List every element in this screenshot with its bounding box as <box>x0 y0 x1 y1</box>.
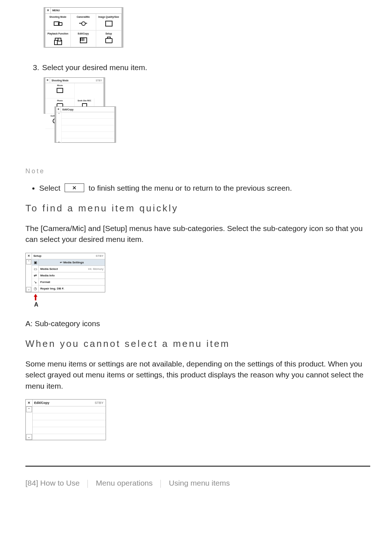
breadcrumb-separator-icon <box>87 480 88 488</box>
para-cannot-select: Some menu items or settings are not avai… <box>25 358 370 392</box>
close-icon: ✕ <box>45 78 50 83</box>
close-icon: ✕ <box>56 107 61 112</box>
close-icon: ✕ <box>45 8 51 13</box>
list-item <box>62 125 114 132</box>
note-bullet-prefix: Select <box>39 184 60 192</box>
close-icon: ✕ <box>26 253 32 259</box>
scroll-up-icon: ⌃ <box>58 112 60 117</box>
subtile-label: Smth Slw REC <box>75 100 94 102</box>
list-item-disabled <box>33 427 106 434</box>
breadcrumb-separator-icon <box>160 480 161 488</box>
tile-label: Edit/Copy <box>71 32 96 35</box>
figure-grayed-menu: ✕ Edit/Copy STBY ⌃ ⌄ <box>25 399 106 440</box>
panel-title: Shooting Mode <box>50 79 69 82</box>
film-icon <box>79 37 87 43</box>
scroll-down-icon: ⌄ <box>58 139 60 144</box>
heading-find-quickly: To find a menu item quickly <box>25 202 370 215</box>
breadcrumb: [84] How to Use Menu operations Using me… <box>25 478 370 489</box>
close-icon: ✕ <box>26 400 33 406</box>
tile-camera-mic: Camera/Mic <box>71 14 96 31</box>
breadcrumb-section: Menu operations <box>96 479 152 487</box>
status-stby: STBY <box>96 79 103 82</box>
tile-edit-copy: Edit/Copy <box>71 31 96 47</box>
list-item <box>62 119 114 125</box>
scroll-down-icon: ⌄ <box>26 287 31 292</box>
tile-label: Shooting Mode <box>45 15 70 19</box>
figure-setup-subcategories: ✕ Setup STBY ⌃ ⌄ ▣ ▭ ⇄ ↘ ◷ ↩ Media Setti… <box>25 253 105 309</box>
group-label: Media Settings <box>63 261 83 264</box>
status-stby: STBY <box>96 254 105 258</box>
subtile-movie: Movie <box>45 83 75 98</box>
menu-title: MENU <box>51 9 60 12</box>
list-item-disabled <box>33 406 106 413</box>
panel-title: Edit/Copy <box>33 401 49 405</box>
scroll-up-icon: ⌃ <box>26 406 32 412</box>
figure-menu-tiles: ✕ MENU Shooting Mode Camera/Mic Image Qu… <box>44 7 123 48</box>
breadcrumb-num: [84] How to Use <box>25 479 79 487</box>
row-label: Media Info <box>40 272 55 279</box>
list-item: Repair Img. DB F. <box>39 285 105 292</box>
row-label: Media Select <box>40 266 58 272</box>
subcat-icon: ⇄ <box>32 272 38 279</box>
grid-icon <box>54 37 62 43</box>
group-header: ↩ Media Settings <box>39 259 105 266</box>
subtile-label: Photo <box>45 100 74 102</box>
para-find-quickly: The [Camera/Mic] and [Setup] menus have … <box>25 223 370 245</box>
tile-label: Playback Function <box>45 32 70 35</box>
tile-label: Setup <box>96 32 121 35</box>
tile-image-quality: Image Quality/Size <box>96 14 122 31</box>
list-item: Format <box>39 279 105 285</box>
slider-icon <box>79 20 87 27</box>
list-item-disabled <box>33 420 106 427</box>
status-stby: STBY <box>95 401 106 405</box>
tile-label: Image Quality/Size <box>96 15 121 19</box>
step-number: 3. <box>25 62 42 73</box>
subcat-icon: ▭ <box>32 266 38 272</box>
divider <box>25 466 370 467</box>
row-label: Repair Img. DB F. <box>40 285 64 292</box>
row-label: Format <box>40 279 50 285</box>
step-text: Select your desired menu item. <box>42 62 147 73</box>
panel-title: Setup <box>32 254 41 258</box>
list-item <box>62 132 114 138</box>
subcategory-icon-column: ▣ ▭ ⇄ ↘ ◷ <box>32 259 39 292</box>
list-item: Media Info <box>39 272 105 279</box>
tile-shooting-mode: Shooting Mode <box>45 14 71 31</box>
panel-edit-copy: ✕ Edit/Copy ⌃ ⌄ <box>54 106 116 143</box>
row-value: Int. Memory <box>88 266 103 272</box>
tile-setup: Setup <box>96 31 122 47</box>
movie-photo-icon <box>54 20 62 27</box>
pointer-label: A <box>34 300 105 309</box>
subtile-label: Movie <box>45 84 74 87</box>
caption-a: A: Sub-category icons <box>25 318 370 329</box>
close-button-icon <box>65 183 84 192</box>
movie-icon <box>57 88 63 93</box>
breadcrumb-page: Using menu items <box>169 479 230 487</box>
panel-title: Edit/Copy <box>61 108 73 111</box>
list-item-disabled <box>33 413 106 420</box>
tile-playback: Playback Function <box>45 31 71 47</box>
pointer-arrow-icon <box>32 294 105 300</box>
note-label: Note <box>25 166 370 176</box>
scroll-down-icon: ⌄ <box>26 434 32 440</box>
aspect-icon <box>105 20 113 27</box>
scroll-up-icon: ⌃ <box>26 259 31 264</box>
tile-label: Camera/Mic <box>71 15 96 19</box>
figure-nested-menus: ✕ Shooting Mode STBY Movie Photo Smth Sl… <box>44 77 116 148</box>
list-item <box>62 112 114 119</box>
group-icon: ↩ <box>60 261 62 264</box>
toolbox-icon <box>105 37 113 43</box>
subcat-icon: ◷ <box>32 285 38 292</box>
list-item: Media Select Int. Memory <box>39 266 105 272</box>
note-bullet: Select to finish setting the menu or to … <box>39 183 370 194</box>
heading-cannot-select: When you cannot select a menu item <box>25 337 370 351</box>
note-bullet-suffix: to finish setting the menu or to return … <box>89 184 292 192</box>
subcat-media-icon: ▣ <box>32 259 38 266</box>
subcat-icon: ↘ <box>32 279 38 285</box>
